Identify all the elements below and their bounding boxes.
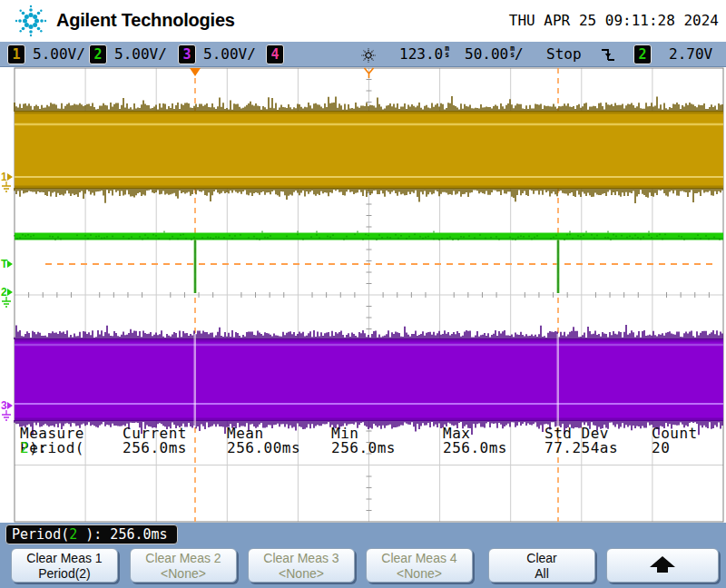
timebase-scale-value: 50.00 (465, 45, 508, 63)
softkey-clear-meas-2[interactable]: Clear Meas 2<None> (130, 548, 237, 583)
meas-value-min: 256.0ms (331, 439, 396, 456)
svg-text:T: T (1, 258, 8, 270)
channel-2-scale: 5.00V/ (114, 45, 167, 63)
channel-3-number: 3 (182, 46, 191, 63)
meas-value-stddev: 77.254as (544, 439, 618, 456)
meas-value-count: 20 (652, 439, 670, 456)
softkey-clear-all[interactable]: ClearAll (488, 548, 595, 583)
timebase-scale: 50.00ms/ (465, 45, 524, 63)
svg-text:2: 2 (1, 286, 7, 299)
meas-value-mean: 256.00ms (227, 439, 300, 456)
channel-2-chip[interactable]: 2 (89, 44, 107, 64)
scope-display: 1T23 Measure Current Mean Min Max Std De… (0, 67, 726, 523)
run-state: Stop (546, 45, 582, 63)
brand-title: Agilent Technologies (56, 10, 235, 31)
status-bar: 1 5.00V/ 2 5.00V/ 3 5.00V/ 4 123.0ms 50.… (0, 42, 726, 67)
softkey-back[interactable] (606, 548, 719, 583)
channel-1-chip[interactable]: 1 (7, 44, 25, 64)
softkey-panel: Period(2 ): 256.0ms Clear Meas 1Period(2… (0, 523, 726, 588)
svg-text:1: 1 (1, 171, 7, 183)
svg-text:3: 3 (1, 399, 7, 412)
timebase-scale-slash: / (515, 45, 524, 63)
channel-3-scale: 5.00V/ (203, 45, 256, 63)
trigger-edge-falling-icon (601, 46, 615, 63)
datetime: THU APR 25 09:11:28 2024 (509, 12, 719, 29)
agilent-logo-icon (11, 1, 51, 41)
header: Agilent Technologies THU APR 25 09:11:28… (0, 0, 726, 42)
meas-value-max: 256.0ms (443, 439, 507, 456)
trigger-level: 2.70V (669, 45, 712, 63)
agilent-burst-icon (359, 46, 378, 64)
timebase-delay: 123.0ms (399, 45, 449, 63)
arrow-up-icon (644, 553, 681, 576)
channel-3-chip[interactable]: 3 (178, 44, 196, 64)
timebase-delay-unit: ms (445, 45, 449, 58)
channel-4-number: 4 (270, 46, 279, 63)
timebase-delay-value: 123.0 (399, 45, 443, 63)
softkey-clear-meas-1[interactable]: Clear Meas 1Period(2) (11, 548, 118, 583)
channel-4-chip[interactable]: 4 (266, 44, 284, 64)
trigger-source-chip[interactable]: 2 (633, 44, 652, 64)
softkey-clear-meas-4[interactable]: Clear Meas 4<None> (366, 548, 473, 583)
trigger-source-number: 2 (638, 46, 646, 63)
measurement-status-pill: Period(2 ): 256.0ms (5, 524, 178, 544)
channel-2-number: 2 (93, 46, 102, 63)
channel-1-number: 1 (12, 46, 20, 63)
meas-value-current: 256.0ms (123, 439, 187, 456)
measurement-table: Measure Current Mean Min Max Std Dev Cou… (0, 425, 726, 456)
softkey-clear-meas-3[interactable]: Clear Meas 3<None> (248, 548, 355, 583)
channel-1-scale: 5.00V/ (33, 45, 85, 63)
